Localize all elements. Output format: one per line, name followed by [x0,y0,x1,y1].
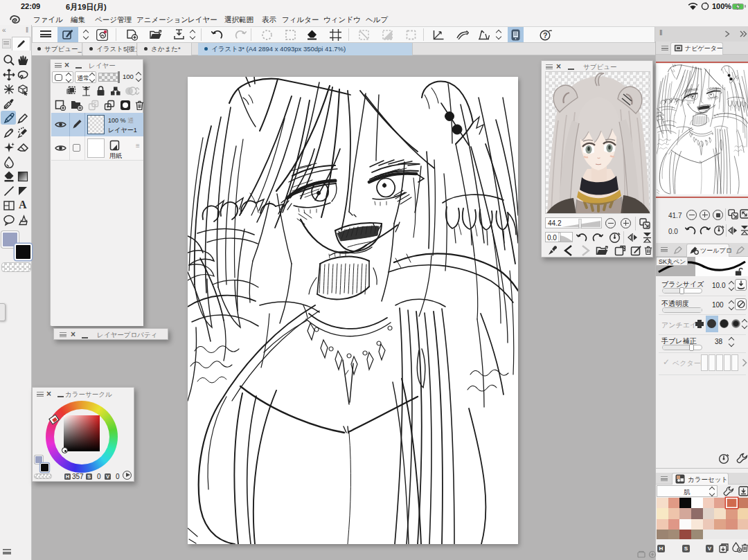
svg-text:?: ? [543,31,547,39]
